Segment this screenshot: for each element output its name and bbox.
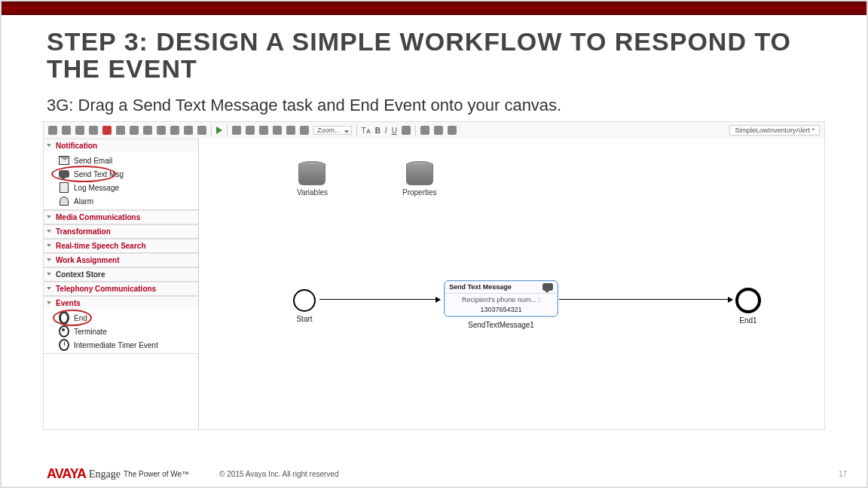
run-icon[interactable]: [216, 127, 222, 134]
copy-icon[interactable]: [246, 126, 255, 135]
engage-logo: Engage: [89, 468, 121, 480]
toolbar-separator-2: [227, 125, 228, 136]
palette-item-label: Send Text Msg: [74, 170, 124, 178]
palette-item-alarm[interactable]: Alarm: [44, 194, 198, 208]
palette-group-header[interactable]: Media Communications: [44, 210, 198, 224]
palette-group-header[interactable]: Transformation: [44, 224, 198, 238]
node-label: Start: [293, 315, 316, 323]
canvas-properties-ds[interactable]: Properties: [402, 161, 437, 197]
toolbar-icon-9[interactable]: [157, 126, 166, 135]
slide-subtitle: 3G: Drag a Send Text Message task and En…: [47, 96, 821, 115]
task-field-label: Recipient's phone num... :: [445, 294, 558, 306]
toolbar-icon-8[interactable]: [143, 126, 152, 135]
toolbar-icon-stop[interactable]: [102, 126, 112, 135]
palette-group-speech: Real-time Speech Search: [44, 239, 198, 253]
page-number: 17: [839, 470, 847, 478]
palette-group-header[interactable]: Real-time Speech Search: [44, 239, 198, 252]
slide-header: STEP 3: DESIGN A SIMPLE WORKFLOW TO RESP…: [2, 15, 866, 115]
datasource-label: Variables: [297, 188, 328, 197]
palette-item-label: Alarm: [74, 197, 93, 206]
toolbar-separator-1: [211, 125, 212, 136]
database-icon: [298, 161, 326, 185]
send-text-message-task[interactable]: Send Text Message Recipient's phone num.…: [444, 280, 558, 317]
palette-group-transformation: Transformation: [44, 224, 198, 239]
bell-icon: [59, 196, 69, 206]
palette-group-header[interactable]: Notification: [44, 139, 198, 152]
task-title: Send Text Message: [449, 283, 512, 291]
workflow-canvas[interactable]: Variables Properties Start Send Text Mes…: [199, 139, 824, 429]
palette-item-end[interactable]: End: [44, 311, 198, 325]
flow-arrow-1[interactable]: [319, 299, 440, 300]
palette-item-label: Intermediate Timer Event: [74, 341, 158, 349]
palette-group-notification: Notification Send Email Send Text Msg Lo…: [44, 139, 198, 210]
palette-item-log-message[interactable]: Log Message: [44, 181, 198, 194]
canvas-variables-ds[interactable]: Variables: [297, 161, 328, 197]
palette-item-label: Terminate: [74, 328, 107, 336]
underline-button[interactable]: U: [392, 127, 397, 135]
toolbar-separator-4: [415, 125, 416, 136]
palette-item-timer[interactable]: Intermediate Timer Event: [44, 338, 198, 352]
end-node[interactable]: End1: [735, 288, 761, 325]
slide-footer: AVAYA Engage The Power of We™ © 2015 Ava…: [47, 466, 847, 482]
align-icon[interactable]: [402, 126, 411, 135]
start-node[interactable]: Start: [293, 289, 316, 323]
palette-group-work: Work Assignment: [44, 253, 198, 267]
slide-title: STEP 3: DESIGN A SIMPLE WORKFLOW TO RESP…: [47, 29, 821, 82]
palette-group-header[interactable]: Work Assignment: [44, 253, 198, 267]
datasource-label: Properties: [402, 188, 437, 197]
font-size-control[interactable]: Tᴀ: [362, 127, 371, 135]
redo-icon[interactable]: [300, 126, 309, 135]
slide: STEP 3: DESIGN A SIMPLE WORKFLOW TO RESP…: [0, 0, 868, 488]
chat-icon: [59, 169, 69, 179]
undo-icon[interactable]: [286, 126, 295, 135]
toolbar-icon-6[interactable]: [116, 126, 125, 135]
toolbar-icon-3[interactable]: [75, 126, 84, 135]
delete-icon[interactable]: [273, 126, 282, 135]
border-icon[interactable]: [434, 126, 443, 135]
envelope-icon: [59, 155, 69, 166]
task-field-value[interactable]: 13037654321: [445, 306, 558, 316]
zoom-dropdown[interactable]: Zoom...: [313, 126, 352, 135]
file-tab[interactable]: SimpleLowInventoryAlert *: [729, 125, 820, 136]
palette-item-send-text-msg[interactable]: Send Text Msg: [44, 167, 198, 181]
palette-group-events: Events End Terminate Intermediate Timer …: [44, 296, 198, 354]
palette-item-label: Log Message: [74, 184, 119, 192]
cut-icon[interactable]: [232, 126, 241, 135]
palette-item-label: Send Email: [74, 157, 112, 165]
palette-group-header[interactable]: Telephony Communications: [44, 282, 198, 295]
palette-item-label: End: [74, 314, 87, 322]
palette-group-context: Context Store: [44, 267, 198, 282]
flow-arrow-2[interactable]: [559, 299, 732, 300]
palette-sidebar: Notification Send Email Send Text Msg Lo…: [44, 139, 199, 429]
toolbar-icon-7[interactable]: [130, 126, 139, 135]
toolbar-icon-10[interactable]: [170, 126, 179, 135]
terminate-event-icon: [59, 326, 69, 337]
italic-button[interactable]: I: [385, 127, 387, 135]
timer-event-icon: [59, 340, 69, 350]
bold-button[interactable]: B: [375, 127, 381, 135]
palette-item-send-email[interactable]: Send Email: [44, 154, 198, 167]
copyright: © 2015 Avaya Inc. All right reserved: [219, 470, 338, 478]
palette-item-terminate[interactable]: Terminate: [44, 325, 198, 338]
palette-group-header[interactable]: Context Store: [44, 267, 198, 281]
palette-group-telephony: Telephony Communications: [44, 282, 198, 296]
toolbar-icon-1[interactable]: [48, 126, 57, 135]
slide-top-accent: [2, 2, 866, 15]
workflow-designer-app: Zoom... Tᴀ B I U SimpleLowInventoryAlert…: [43, 121, 825, 430]
task-header: Send Text Message: [445, 281, 558, 294]
toolbar-icon-4[interactable]: [89, 126, 98, 135]
toolbar-separator-3: [356, 125, 357, 136]
database-icon: [406, 161, 433, 185]
toolbar-icon-2[interactable]: [62, 126, 71, 135]
task-node-label: SendTextMessage1: [445, 316, 558, 329]
layout-icon[interactable]: [448, 126, 457, 135]
node-label: End1: [735, 316, 761, 325]
toolbar-icon-12[interactable]: [197, 126, 206, 135]
paste-icon[interactable]: [259, 126, 268, 135]
palette-group-header[interactable]: Events: [44, 296, 198, 310]
end-event-icon: [59, 313, 69, 323]
tagline: The Power of We™: [124, 470, 189, 478]
clipboard-icon: [59, 182, 69, 193]
fill-icon[interactable]: [420, 126, 429, 135]
toolbar-icon-11[interactable]: [184, 126, 193, 135]
